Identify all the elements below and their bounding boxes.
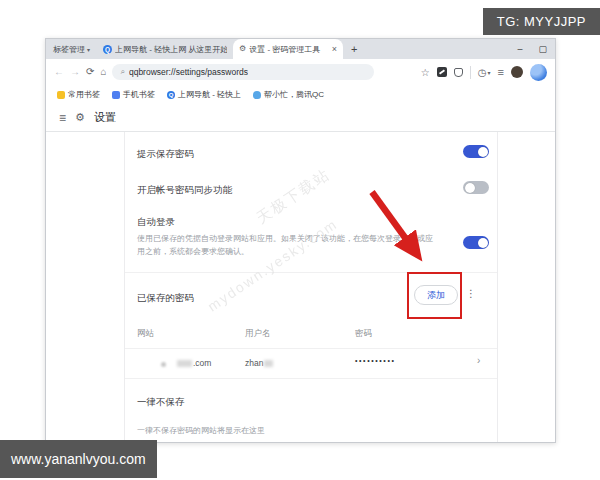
browser-window: 标签管理 ▾ Q 上网导航 - 轻快上网 从这里开始 ⚙ 设置 - 密码管理工具… xyxy=(45,38,556,443)
chevron-down-icon: ▾ xyxy=(488,69,491,76)
new-tab-button[interactable]: + xyxy=(343,43,365,55)
toggle-knob xyxy=(478,147,488,157)
toolbar-divider xyxy=(470,66,471,79)
bookmark-label: 帮小忙，腾讯QC xyxy=(264,89,324,100)
bookmark-mobile[interactable]: 手机书签 xyxy=(112,89,155,100)
add-password-button[interactable]: 添加 xyxy=(414,285,458,305)
download-icon[interactable] xyxy=(454,68,463,77)
prompt-save-toggle[interactable] xyxy=(463,145,489,158)
toggle-knob xyxy=(478,238,488,248)
close-tab-icon[interactable]: × xyxy=(332,44,337,54)
bookmarks-bar: 常用书签 手机书签 Q 上网导航 - 轻快上 帮小忙，腾讯QC xyxy=(46,85,555,104)
bookmark-label: 上网导航 - 轻快上 xyxy=(178,89,241,100)
password-cell: •••••••••• xyxy=(355,357,396,364)
reload-icon[interactable]: ⟳ xyxy=(86,67,94,77)
gear-icon: ⚙ xyxy=(239,45,246,53)
bookmark-label: 常用书签 xyxy=(68,89,100,100)
search-icon: ⌕ xyxy=(120,67,124,77)
more-options-icon[interactable]: ⋮ xyxy=(466,288,476,299)
never-save-note: 一律不保存密码的网站将显示在这里 xyxy=(137,424,439,437)
penguin-icon xyxy=(253,91,261,99)
telegram-watermark: TG: MYYJJPP xyxy=(483,8,600,35)
saved-passwords-title: 已保存的密码 xyxy=(137,292,194,305)
tab-manager-label: 标签管理 xyxy=(53,44,85,55)
site-favicon xyxy=(161,362,166,367)
chevron-down-icon: ▾ xyxy=(87,46,90,53)
address-bar[interactable]: ⌕ qqbrowser://settings/passwords xyxy=(112,64,374,80)
toggle-knob xyxy=(465,183,475,193)
extension-icon[interactable] xyxy=(437,67,447,77)
back-icon[interactable]: ← xyxy=(54,67,64,77)
home-icon[interactable]: ⌂ xyxy=(100,67,106,77)
bookmark-star-icon[interactable]: ☆ xyxy=(421,67,430,78)
auto-login-toggle[interactable] xyxy=(463,236,489,249)
maximize-button[interactable]: ▢ xyxy=(530,44,555,54)
main-menu-icon[interactable]: ≡ xyxy=(498,66,504,78)
tab-label: 设置 - 密码管理工具 xyxy=(249,44,328,55)
toolbar-right-icons: ☆ ◷▾ ≡ xyxy=(380,64,547,81)
bookmark-tencent[interactable]: 帮小忙，腾讯QC xyxy=(253,89,324,100)
qq-browser-logo-icon: Q xyxy=(103,45,112,54)
browser-toolbar: ← → ⟳ ⌂ ⌕ qqbrowser://settings/passwords… xyxy=(46,59,555,85)
tab-label: 上网导航 - 轻快上网 从这里开始 xyxy=(115,44,227,55)
profile-circle-icon[interactable] xyxy=(530,64,547,81)
qq-browser-logo-icon: Q xyxy=(167,91,175,99)
history-icon[interactable]: ◷▾ xyxy=(478,67,491,78)
passwords-card: 提示保存密码 开启帐号密码同步功能 自动登录 使用已保存的凭据自动登录网站和应用… xyxy=(124,132,498,442)
settings-content: 天极下载站 mydown.yesky.com 提示保存密码 开启帐号密码同步功能… xyxy=(46,132,555,442)
auto-login-title: 自动登录 xyxy=(137,216,175,229)
settings-menu-icon[interactable]: ≡ xyxy=(59,111,66,125)
clock-glyph: ◷ xyxy=(478,67,487,78)
sync-toggle[interactable] xyxy=(463,181,489,194)
gear-icon: ⚙ xyxy=(75,111,85,124)
folder-icon xyxy=(57,91,65,99)
tab-settings-passwords[interactable]: ⚙ 设置 - 密码管理工具 × xyxy=(233,39,343,59)
site-cell: .com xyxy=(177,358,211,368)
forward-icon[interactable]: → xyxy=(70,67,80,77)
tab-strip: 标签管理 ▾ Q 上网导航 - 轻快上网 从这里开始 ⚙ 设置 - 密码管理工具… xyxy=(46,39,555,59)
blurred-text xyxy=(177,360,192,367)
bookmark-nav[interactable]: Q 上网导航 - 轻快上 xyxy=(167,89,241,100)
blurred-text xyxy=(264,360,273,367)
auto-login-description: 使用已保存的凭据自动登录网站和应用。如果关闭了该功能，在您每次登录网站或应用之前… xyxy=(137,232,439,258)
column-header-site: 网站 xyxy=(137,328,154,340)
username-cell: zhan xyxy=(245,358,274,368)
bookmark-common[interactable]: 常用书签 xyxy=(57,89,100,100)
column-header-password: 密码 xyxy=(355,328,372,340)
site-watermark: www.yananlvyou.com xyxy=(0,440,157,478)
phone-icon xyxy=(112,91,120,99)
tab-manager-button[interactable]: 标签管理 ▾ xyxy=(46,39,97,59)
sync-label: 开启帐号密码同步功能 xyxy=(137,184,232,197)
chevron-right-icon[interactable]: › xyxy=(477,355,480,366)
row-divider xyxy=(125,378,497,379)
tab-nav-home[interactable]: Q 上网导航 - 轻快上网 从这里开始 xyxy=(97,39,233,59)
column-header-username: 用户名 xyxy=(245,328,271,340)
bookmark-label: 手机书签 xyxy=(123,89,155,100)
never-save-title: 一律不保存 xyxy=(137,396,185,409)
user-avatar[interactable] xyxy=(511,66,523,78)
prompt-save-label: 提示保存密码 xyxy=(137,148,194,161)
section-divider xyxy=(125,272,497,273)
minimize-button[interactable]: – xyxy=(509,44,530,54)
page-title: 设置 xyxy=(94,110,116,125)
settings-header: ≡ ⚙ 设置 xyxy=(46,104,555,132)
url-text: qqbrowser://settings/passwords xyxy=(129,67,248,77)
table-divider xyxy=(125,348,497,349)
